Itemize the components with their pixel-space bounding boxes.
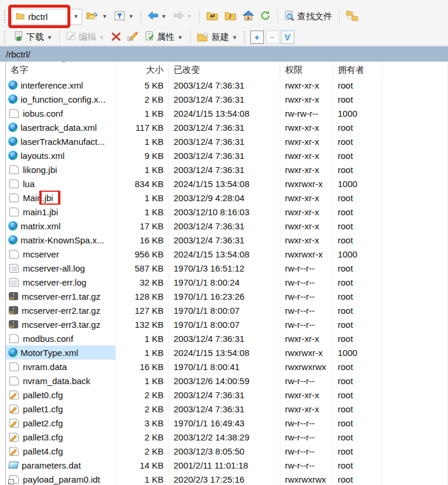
file-name: pallet3.cfg [23, 432, 63, 442]
add-button[interactable]: + [250, 30, 264, 44]
file-type-icon [9, 405, 19, 413]
table-row[interactable]: iobus.conf 1 KB 2024/1/15 13:54:08 rw-rw… [6, 106, 448, 120]
column-header-row: 名字 ^ 大小 已改变 权限 拥有者 [6, 62, 448, 78]
root-directory-button[interactable]: / [222, 9, 239, 24]
table-row[interactable]: pallet0.cfg 2 KB 2003/12/4 7:36:31 rwxr-… [6, 388, 448, 402]
column-header-rights[interactable]: 权限 [280, 62, 333, 78]
row-spacer [382, 78, 448, 92]
toolbar-grip-handle[interactable] [4, 10, 7, 23]
row-spacer [382, 416, 448, 430]
edit-button[interactable]: 编辑 ▼ [64, 30, 107, 45]
table-row[interactable]: mcserver-err.log 32 KB 1970/1/1 8:00:24 … [6, 275, 448, 289]
chevron-down-icon: ▼ [99, 35, 105, 40]
table-row[interactable]: io_function_config.x... 2 KB 2003/12/4 7… [6, 92, 448, 106]
file-owner: root [333, 219, 382, 233]
row-spacer [382, 402, 448, 416]
back-button[interactable]: ▼ [145, 9, 169, 23]
chevron-down-icon[interactable]: ▼ [161, 13, 167, 19]
column-header-name[interactable]: 名字 ^ [6, 62, 116, 78]
file-rights: rw-r--r-- [280, 303, 333, 317]
table-row[interactable]: mcserver-all.log 587 KB 1970/1/3 16:51:1… [6, 261, 448, 275]
file-size: 9 KB [116, 148, 169, 162]
table-row[interactable]: pallet4.cfg 2 KB 2003/12/3 8:05:50 rw-r-… [6, 444, 448, 458]
forall-filter-button[interactable]: ∀ [281, 30, 294, 44]
file-name: lasertrack_data.xml [21, 123, 97, 133]
synchronize-browsing-button[interactable] [344, 9, 361, 25]
annotation-box-extension: .jbi [42, 193, 53, 203]
table-row[interactable]: lua 834 KB 2024/1/15 13:54:08 rwxrwxr-x … [6, 177, 448, 191]
chevron-down-icon[interactable]: ▼ [101, 13, 108, 19]
path-bar[interactable]: /rbctrl/ [0, 46, 448, 62]
download-button[interactable]: 下载 ▼ [11, 29, 55, 45]
filter-button[interactable]: ▼ [112, 9, 137, 24]
table-row[interactable]: mcserver-err2.tar.gz 127 KB 1970/1/1 8:0… [6, 303, 448, 317]
table-row[interactable]: Main.jbi 1 KB 2003/12/9 4:28:04 rwxr-xr-… [6, 191, 448, 205]
file-changed: 2003/12/4 7:36:31 [169, 402, 280, 416]
table-row[interactable]: mcserver 956 KB 2024/1/15 13:54:08 rwxrw… [6, 247, 448, 261]
chevron-down-icon[interactable]: ▼ [73, 13, 79, 19]
table-row[interactable]: mcserver-err3.tar.gz 132 KB 1970/1/1 8:0… [6, 317, 448, 331]
file-size: 132 KB [116, 317, 169, 331]
chevron-down-icon[interactable]: ▼ [128, 13, 134, 19]
row-spacer [382, 177, 448, 191]
home-icon [243, 11, 254, 22]
table-row[interactable]: nvram.data 16 KB 1970/1/1 8:00:41 rwxrwx… [6, 359, 448, 374]
file-rights: rw-r--r-- [280, 416, 333, 430]
find-files-button[interactable]: 查找文件 [282, 9, 335, 25]
folder-icon [16, 12, 25, 22]
file-size: 2 KB [116, 92, 169, 106]
table-row[interactable]: likong.jbi 1 KB 2003/12/4 7:36:31 rwxr-x… [6, 162, 448, 177]
properties-button[interactable]: 属性 ▼ [142, 29, 186, 45]
file-changed: 1970/1/1 8:00:24 [169, 275, 280, 289]
file-type-icon [9, 362, 19, 371]
file-size: 2 KB [116, 430, 169, 444]
file-name: mcserver-err1.tar.gz [22, 291, 100, 301]
column-header-owner[interactable]: 拥有者 [333, 62, 382, 78]
file-rights: rwxr-xr-x [280, 120, 333, 134]
table-row[interactable]: mcserver-err1.tar.gz 128 KB 1970/1/1 16:… [6, 289, 448, 303]
table-row[interactable]: pallet2.cfg 3 KB 1970/1/1 16:49:43 rw-r-… [6, 416, 448, 430]
parent-directory-button[interactable] [204, 9, 220, 24]
row-spacer [382, 345, 448, 359]
table-row[interactable]: laserTrackManufact... 1 KB 2003/12/4 7:3… [6, 134, 448, 148]
delete-button[interactable] [109, 30, 123, 45]
table-row[interactable]: parameters.dat 14 KB 2001/2/11 11:01:18 … [6, 458, 448, 472]
table-row[interactable]: main1.jbi 1 KB 2003/12/10 8:16:03 rwxr-x… [6, 205, 448, 219]
address-combobox[interactable]: rbctrl ▼ [12, 9, 82, 25]
toolbar-grip-handle[interactable] [4, 31, 7, 44]
file-rights: rwxrwxrwx [280, 472, 333, 485]
table-row[interactable]: pallet3.cfg 2 KB 2003/12/2 14:38:29 rw-r… [6, 430, 448, 444]
table-row[interactable]: layouts.xml 9 KB 2003/12/4 7:36:31 rwxr-… [6, 148, 448, 162]
remove-button[interactable]: − [266, 30, 279, 44]
file-rights: rwxr-xr-x [280, 92, 333, 106]
refresh-button[interactable] [258, 9, 273, 24]
new-label: 新建 [212, 32, 229, 43]
table-row[interactable]: pallet1.cfg 2 KB 2003/12/4 7:36:31 rwxr-… [6, 402, 448, 416]
table-row[interactable]: interference.xml 5 KB 2003/12/4 7:36:31 … [6, 78, 448, 92]
file-rights: rw-r--r-- [280, 317, 333, 331]
chevron-down-icon[interactable]: ▼ [232, 35, 238, 40]
file-changed: 2001/2/11 11:01:18 [169, 458, 280, 472]
home-directory-button[interactable] [240, 9, 256, 24]
table-row[interactable]: MotorType.xml 1 KB 2024/1/15 13:54:08 rw… [6, 345, 448, 359]
column-header-size[interactable]: 大小 [116, 62, 169, 78]
table-row[interactable]: matrix-KnownSpa.x... 16 KB 2003/12/4 7:3… [6, 233, 448, 247]
file-type-icon [8, 94, 18, 104]
new-button[interactable]: 新建 ▼ [195, 30, 240, 45]
table-row[interactable]: matrix.xml 17 KB 2003/12/4 7:36:31 rwxr-… [6, 219, 448, 233]
open-directory-button[interactable]: ▼ [84, 9, 110, 24]
chevron-down-icon[interactable]: ▼ [177, 35, 184, 40]
table-row[interactable]: lasertrack_data.xml 117 KB 2003/12/4 7:3… [6, 120, 448, 134]
forward-button[interactable]: ▼ [171, 9, 195, 23]
column-header-changed[interactable]: 已改变 [169, 62, 280, 78]
toolbar-grip-handle[interactable] [244, 31, 247, 44]
file-name: payload_param0.idt [23, 474, 100, 484]
table-row[interactable]: nvram_data.back 1 KB 2003/12/6 14:00:59 … [6, 374, 448, 388]
rename-button[interactable]: x [125, 30, 141, 45]
file-changed: 2003/12/4 7:36:31 [169, 120, 280, 134]
file-changed: 2003/12/3 8:05:50 [169, 444, 280, 458]
chevron-down-icon[interactable]: ▼ [46, 35, 53, 40]
table-row[interactable]: modbus.conf 1 KB 2003/12/4 7:36:31 rwxr-… [6, 331, 448, 345]
file-name: mcserver-err3.tar.gz [22, 320, 100, 330]
table-row[interactable]: payload_param0.idt 1 KB 2020/2/3 17:25:1… [6, 472, 448, 485]
